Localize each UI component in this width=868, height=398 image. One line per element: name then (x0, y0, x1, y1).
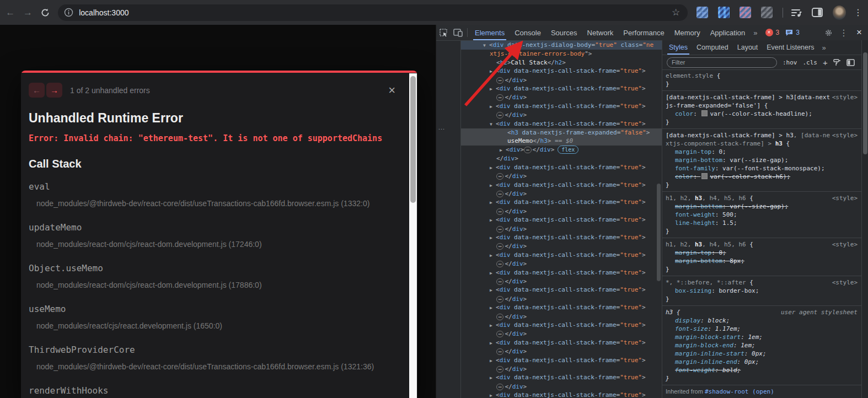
extension-icon-2[interactable] (718, 7, 730, 18)
shadow-root-link[interactable]: #shadow-root (open) (705, 388, 774, 395)
tab-performance[interactable]: Performance (618, 25, 669, 40)
dom-tree-node[interactable]: ▶<div data-nextjs-call-stack-frame="true… (461, 356, 662, 365)
dom-tree-node[interactable]: ⋯</div> (461, 277, 662, 286)
devtools-menu-icon[interactable]: ⋮ (837, 26, 851, 39)
css-selector[interactable]: element.style { (666, 72, 859, 80)
console-messages-icon[interactable] (785, 29, 793, 36)
dialog-scrollbar[interactable] (409, 73, 417, 398)
url-text[interactable]: localhost:3000 (79, 8, 672, 17)
styles-filter-input[interactable] (667, 57, 777, 68)
expand-arrow-icon[interactable]: ▶ (500, 146, 506, 154)
close-devtools-button[interactable]: × (852, 27, 866, 38)
expand-arrow-icon[interactable]: ▶ (490, 269, 496, 277)
browser-menu-icon[interactable]: ⋮ (854, 7, 862, 18)
url-bar[interactable]: localhost:3000 ☆ (58, 4, 688, 21)
expand-arrow-icon[interactable]: ▶ (490, 85, 496, 93)
css-declaration[interactable]: margin-block-start: 1em; (666, 333, 859, 341)
collapsed-content-icon[interactable]: ⋯ (496, 366, 503, 373)
collapsed-content-icon[interactable]: ⋯ (496, 296, 503, 303)
css-declaration[interactable]: display: block; (666, 316, 859, 325)
css-declaration[interactable]: box-sizing: border-box; (666, 287, 859, 295)
dom-tree-node[interactable]: ▶<div data-nextjs-call-stack-frame="true… (461, 102, 662, 111)
css-declaration[interactable]: margin-block-end: 1em; (666, 341, 859, 349)
sidebar-tab-computed[interactable]: Computed (692, 40, 733, 55)
extension-icon-4[interactable] (761, 7, 773, 18)
dom-tree-node[interactable]: ▼<div data-nextjs-dialog-body="true" cla… (461, 41, 662, 50)
stack-frame-name[interactable]: Object.useMemo (29, 263, 410, 273)
dom-tree-node[interactable]: ▶<div data-nextjs-call-stack-frame="true… (461, 198, 662, 207)
collapsed-content-icon[interactable]: ⋯ (496, 331, 503, 337)
toggle-hover-state-button[interactable]: :hov (783, 59, 797, 66)
dom-tree-node[interactable]: ▶<div data-nextjs-call-stack-frame="true… (461, 233, 662, 242)
dom-tree-node[interactable]: ⋯</div> (461, 225, 662, 233)
stylesheet-origin-link[interactable]: <style> (832, 131, 858, 139)
dom-tree-node[interactable]: <h2>Call Stack</h2> (461, 58, 662, 67)
stylesheet-origin-link[interactable]: <style> (832, 278, 858, 287)
dom-tree-node[interactable]: ⋯</div> (461, 260, 662, 268)
side-panel-icon[interactable] (812, 8, 823, 17)
bookmark-star-icon[interactable]: ☆ (672, 7, 680, 18)
css-declaration[interactable]: font-family: var(--font-stack-monospace)… (666, 164, 859, 173)
collapsed-content-icon[interactable]: ⋯ (496, 173, 503, 180)
back-button[interactable]: ← (3, 5, 18, 20)
dom-tree-node[interactable]: ⋯</div> (461, 313, 662, 321)
dialog-scrollbar-thumb[interactable] (410, 76, 416, 203)
sidebar-tab-layout[interactable]: Layout (733, 40, 763, 55)
rendering-emulation-icon[interactable] (833, 58, 841, 66)
styles-scrollbar-thumb[interactable] (863, 52, 867, 154)
forward-button[interactable]: → (21, 5, 35, 20)
dom-tree-node[interactable]: ▶<div data-nextjs-call-stack-frame="true… (461, 251, 662, 260)
new-style-rule-button[interactable]: + (823, 58, 828, 67)
site-info-icon[interactable] (64, 8, 73, 17)
css-declaration[interactable]: margin-inline-start: 0px; (666, 349, 859, 358)
dom-tree-node[interactable]: ⋯</div> (461, 295, 662, 303)
stylesheet-origin-link[interactable]: <style> (832, 240, 858, 249)
css-declaration[interactable]: margin-bottom: 8px; (666, 257, 859, 265)
styles-scrollbar[interactable] (861, 40, 868, 398)
expand-arrow-icon[interactable]: ▶ (490, 339, 496, 347)
expand-arrow-icon[interactable]: ▼ (483, 41, 489, 50)
next-error-button[interactable]: → (46, 83, 62, 98)
error-count-icon[interactable]: × (765, 29, 773, 36)
dom-tree-node[interactable]: ⋯</div> (461, 347, 662, 356)
css-declaration[interactable]: font-weight: 500; (666, 211, 859, 219)
expand-arrow-icon[interactable]: ▶ (490, 164, 496, 172)
expand-arrow-icon[interactable]: ▶ (490, 103, 496, 111)
tab-sources[interactable]: Sources (546, 25, 582, 40)
css-declaration[interactable]: color: var(--color-stack-h6); (666, 173, 859, 181)
dom-tree-node[interactable]: ▼<div data-nextjs-call-stack-frame="true… (461, 120, 662, 128)
stack-frame-name[interactable]: ThirdwebProviderCore (29, 345, 410, 355)
expand-arrow-icon[interactable]: ▶ (490, 391, 496, 398)
dom-tree-node[interactable]: ⋯</div> (461, 76, 662, 84)
css-declaration[interactable]: margin-inline-end: 0px; (666, 358, 859, 366)
computed-panel-toggle-icon[interactable] (846, 59, 855, 66)
css-selector[interactable]: [data-nextjs-call-stack-frame] > h3, [da… (666, 131, 859, 148)
css-declaration[interactable]: color: var(--color-stack-headline); (666, 110, 859, 118)
media-controls-icon[interactable] (791, 8, 802, 18)
flex-badge[interactable]: flex (558, 146, 578, 154)
css-selector[interactable]: h1, h2, h3, h4, h5, h6 { (666, 240, 859, 249)
collapsed-content-icon[interactable]: ⋯ (496, 348, 503, 355)
collapsed-content-icon[interactable]: ⋯ (496, 191, 503, 197)
reload-button[interactable] (38, 5, 52, 20)
collapsed-content-icon[interactable]: ⋯ (496, 226, 503, 233)
dom-tree-node[interactable]: ▶<div data-nextjs-call-stack-frame="true… (461, 181, 662, 190)
stack-frame-name[interactable]: useMemo (29, 304, 410, 314)
dom-tree-node[interactable]: xtjs-container-errors-body"> (461, 50, 662, 58)
collapsed-content-icon[interactable]: ⋯ (496, 261, 503, 267)
stack-frame-name[interactable]: updateMemo (29, 222, 410, 233)
expand-arrow-icon[interactable]: ▶ (490, 374, 496, 382)
dom-tree-node[interactable]: ⋯</div> (461, 207, 662, 216)
dom-tree-node[interactable]: ▶<div data-nextjs-call-stack-frame="true… (461, 303, 662, 312)
dom-tree-node[interactable]: ▶<div data-nextjs-call-stack-frame="true… (461, 268, 662, 277)
extension-icon-1[interactable] (696, 7, 708, 18)
collapsed-content-icon[interactable]: ⋯ (496, 94, 503, 101)
expand-arrow-icon[interactable]: ▶ (490, 181, 496, 190)
dom-tree-node[interactable]: useMemo</h3> == $0 (461, 137, 662, 145)
tab-console[interactable]: Console (510, 25, 546, 40)
dom-tree-node[interactable]: ⋯</div> (461, 172, 662, 180)
color-swatch[interactable] (701, 110, 708, 116)
expand-arrow-icon[interactable]: ▶ (490, 67, 496, 76)
dom-tree-node[interactable]: ⋯</div> (461, 365, 662, 373)
stylesheet-origin-link[interactable]: <style> (832, 194, 858, 202)
